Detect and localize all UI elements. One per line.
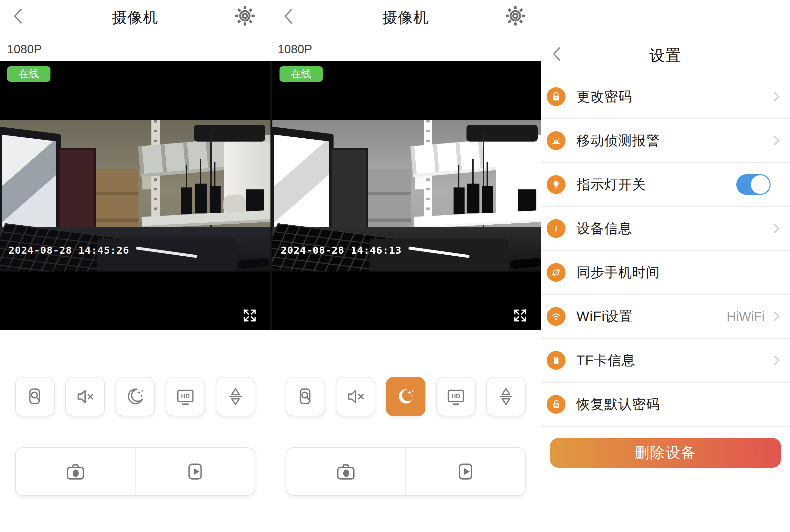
scene-bag	[496, 194, 518, 213]
scene-antenna	[186, 165, 187, 188]
video-timestamp: 2024-08-28 14:46:13	[281, 244, 402, 256]
video-timestamp: 2024-08-28 14:45:26	[8, 244, 129, 256]
chevron-right-icon	[771, 135, 782, 147]
header: 摄像机	[0, 0, 271, 42]
video-content: 2024-08-28 14:46:13	[272, 120, 541, 271]
toggle-knob	[751, 175, 770, 194]
alarm-siren-icon	[547, 131, 566, 150]
indicator-light-toggle-on[interactable]	[736, 174, 771, 195]
scene-shelf-items	[194, 125, 265, 141]
capture-bar	[286, 447, 526, 496]
video-player[interactable]: 在线	[0, 61, 271, 330]
bulb-icon	[547, 175, 566, 194]
camera-panel-night: 摄像机	[271, 0, 541, 532]
video-content: 2024-08-28 14:45:26	[0, 120, 271, 271]
settings-item-tf-card[interactable]: TF卡信息	[541, 339, 790, 383]
scene-antenna	[472, 159, 474, 184]
hd-quality-button[interactable]: HD	[436, 377, 476, 416]
settings-item-restore-password[interactable]: 恢复默认密码	[541, 383, 790, 426]
hd-quality-button[interactable]: HD	[166, 377, 205, 416]
scene-antenna	[214, 162, 216, 187]
settings-item-label: 移动侦测报警	[576, 132, 660, 150]
mute-button[interactable]	[65, 377, 105, 416]
wifi-icon	[547, 307, 566, 326]
chevron-right-icon	[771, 223, 782, 234]
capture-bar	[15, 447, 255, 496]
settings-item-device-info[interactable]: i 设备信息	[541, 207, 790, 251]
scene-radio	[467, 184, 479, 213]
settings-item-motion-alarm[interactable]: 移动侦测报警	[541, 119, 790, 163]
gear-icon[interactable]	[505, 6, 526, 26]
settings-item-label: 指示灯开关	[576, 175, 646, 194]
settings-title: 设置	[541, 45, 790, 66]
flip-button[interactable]	[486, 377, 526, 416]
fullscreen-expand-icon[interactable]	[512, 308, 528, 323]
control-bar: HD	[0, 377, 271, 416]
snapshot-button[interactable]	[286, 448, 405, 495]
scene-radio	[482, 186, 493, 213]
lock-icon	[547, 87, 566, 106]
preview-zoom-button[interactable]	[286, 377, 325, 416]
settings-item-label: 设备信息	[576, 220, 632, 238]
sync-time-icon	[547, 263, 566, 282]
resolution-label: 1080P	[278, 43, 312, 56]
settings-list: 更改密码 移动侦测报警	[541, 75, 790, 426]
camera-panel-day: 摄像机	[0, 0, 271, 532]
scene-radio	[454, 188, 464, 214]
delete-device-button[interactable]: 删除设备	[550, 438, 781, 468]
flip-button[interactable]	[216, 377, 255, 416]
svg-text:i: i	[555, 224, 557, 233]
preview-zoom-button[interactable]	[15, 377, 55, 416]
settings-item-wifi[interactable]: WiFi设置 HiWiFi	[541, 295, 790, 339]
scene-radio	[209, 186, 221, 213]
gear-icon[interactable]	[235, 6, 255, 26]
scene-shelf-items	[466, 125, 538, 141]
scene-monitor-screen	[274, 135, 329, 239]
status-badge: 在线	[279, 66, 323, 82]
page-title: 摄像机	[271, 8, 541, 28]
scene-antenna	[486, 162, 488, 187]
chevron-right-icon	[771, 355, 782, 366]
svg-text:HD: HD	[181, 393, 190, 399]
night-mode-button[interactable]	[115, 377, 155, 416]
settings-panel: 设置 更改密码 移动侦测报警	[541, 0, 790, 532]
fullscreen-expand-icon[interactable]	[242, 308, 258, 323]
chevron-right-icon	[771, 310, 782, 322]
record-button[interactable]	[405, 448, 525, 495]
video-player[interactable]: 在线	[271, 61, 541, 330]
resolution-label: 1080P	[7, 43, 42, 56]
settings-item-label: TF卡信息	[576, 351, 636, 369]
settings-item-indicator-light[interactable]: 指示灯开关	[541, 163, 790, 207]
sd-card-icon	[547, 351, 566, 370]
info-icon: i	[547, 219, 566, 238]
night-mode-button-active[interactable]	[386, 377, 425, 416]
scene-antenna	[458, 165, 459, 188]
chevron-right-icon	[771, 91, 782, 102]
control-bar: HD	[271, 377, 541, 416]
scene-radio	[195, 184, 207, 213]
header: 摄像机	[271, 0, 541, 42]
settings-item-change-password[interactable]: 更改密码	[541, 75, 790, 119]
snapshot-button[interactable]	[16, 448, 135, 495]
wifi-name-value: HiWiFi	[727, 309, 765, 324]
settings-item-label: 同步手机时间	[576, 263, 660, 282]
scene-radio	[518, 189, 536, 212]
scene-radio	[181, 188, 192, 214]
scene-bag	[223, 194, 246, 213]
svg-text:HD: HD	[452, 393, 460, 399]
settings-item-label: 更改密码	[576, 88, 632, 106]
unlock-reset-icon	[547, 395, 566, 414]
page-title: 摄像机	[0, 8, 271, 28]
settings-item-sync-time[interactable]: 同步手机时间	[541, 251, 790, 295]
settings-item-label: WiFi设置	[576, 307, 633, 325]
app-screen: 摄像机	[0, 0, 790, 532]
scene-antenna	[200, 159, 201, 184]
mute-button[interactable]	[336, 377, 375, 416]
settings-item-label: 恢复默认密码	[576, 395, 660, 413]
scene-radio	[246, 189, 264, 212]
status-badge: 在线	[7, 66, 51, 82]
scene-monitor-screen	[2, 135, 56, 239]
record-button[interactable]	[135, 448, 255, 495]
